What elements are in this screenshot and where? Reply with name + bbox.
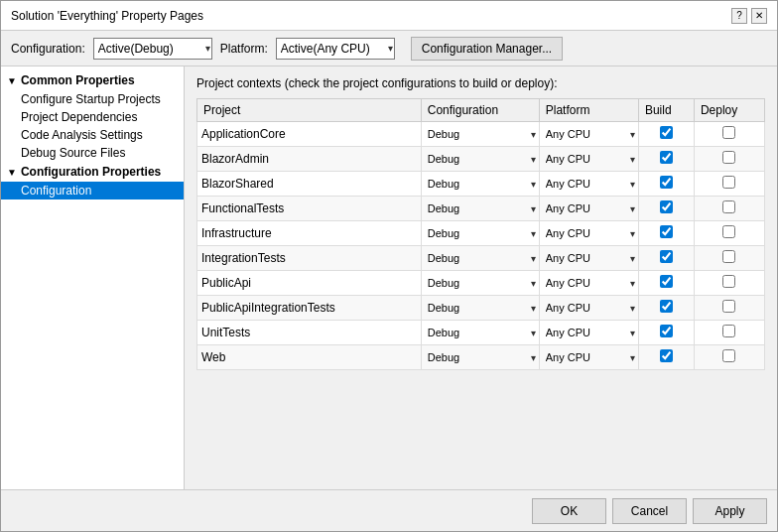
title-bar: Solution 'Everything' Property Pages ? ✕ <box>1 1 777 31</box>
deploy-checkbox[interactable] <box>722 126 735 139</box>
col-header-deploy: Deploy <box>694 99 764 122</box>
config-select[interactable]: DebugRelease <box>426 298 535 318</box>
table-row: PublicApiIntegrationTestsDebugReleaseAny… <box>197 296 765 321</box>
configuration-dropdown[interactable]: Active(Debug) Debug Release <box>93 38 212 60</box>
title-bar-buttons: ? ✕ <box>731 8 767 24</box>
cancel-button[interactable]: Cancel <box>612 498 687 524</box>
config-select[interactable]: DebugRelease <box>426 223 535 243</box>
platform-cell: Any CPUx64x86 <box>539 147 638 172</box>
config-cell: DebugRelease <box>421 321 539 345</box>
deploy-checkbox[interactable] <box>722 200 735 213</box>
config-properties-triangle: ▼ <box>7 167 17 178</box>
platform-select[interactable]: Any CPUx64x86 <box>544 174 634 194</box>
property-pages-dialog: Solution 'Everything' Property Pages ? ✕… <box>0 0 778 532</box>
platform-dropdown[interactable]: Active(Any CPU) Any CPU x64 x86 <box>276 38 395 60</box>
config-cell: DebugRelease <box>421 246 539 271</box>
platform-cell: Any CPUx64x86 <box>539 321 638 345</box>
config-select[interactable]: DebugRelease <box>426 199 535 218</box>
help-button[interactable]: ? <box>731 8 747 24</box>
platform-select[interactable]: Any CPUx64x86 <box>544 273 634 293</box>
table-row: ApplicationCoreDebugReleaseAny CPUx64x86 <box>197 122 765 147</box>
build-checkbox[interactable] <box>660 300 673 313</box>
project-name-cell: Web <box>197 345 422 370</box>
deploy-checkbox[interactable] <box>722 176 735 189</box>
project-table: Project Configuration Platform Build Dep… <box>196 98 765 370</box>
project-name-cell: PublicApi <box>197 271 422 296</box>
col-header-build: Build <box>638 99 694 122</box>
sidebar-section-common-properties[interactable]: ▼ Common Properties <box>1 70 184 90</box>
build-checkbox[interactable] <box>660 151 673 164</box>
table-row: IntegrationTestsDebugReleaseAny CPUx64x8… <box>197 246 765 271</box>
build-cell <box>638 122 694 147</box>
config-manager-button[interactable]: Configuration Manager... <box>411 37 563 61</box>
table-row: PublicApiDebugReleaseAny CPUx64x86 <box>197 271 765 296</box>
close-button[interactable]: ✕ <box>751 8 767 24</box>
content-description: Project contexts (check the project conf… <box>196 76 765 90</box>
deploy-checkbox[interactable] <box>722 225 735 238</box>
platform-select[interactable]: Any CPUx64x86 <box>544 298 634 318</box>
config-label: Configuration: <box>11 42 85 56</box>
config-select[interactable]: DebugRelease <box>426 323 535 342</box>
sidebar-item-debug-source[interactable]: Debug Source Files <box>1 144 184 162</box>
build-checkbox[interactable] <box>660 275 673 288</box>
col-header-configuration: Configuration <box>421 99 539 122</box>
sidebar: ▼ Common Properties Configure Startup Pr… <box>1 66 185 489</box>
config-select[interactable]: DebugRelease <box>426 273 535 293</box>
config-select[interactable]: DebugRelease <box>426 124 535 144</box>
deploy-cell <box>694 345 764 370</box>
sidebar-item-project-dependencies[interactable]: Project Dependencies <box>1 108 184 126</box>
platform-select[interactable]: Any CPUx64x86 <box>544 347 634 367</box>
build-cell <box>638 271 694 296</box>
platform-cell: Any CPUx64x86 <box>539 221 638 246</box>
project-name-cell: PublicApiIntegrationTests <box>197 296 422 321</box>
deploy-checkbox[interactable] <box>722 325 735 337</box>
build-checkbox[interactable] <box>660 126 673 139</box>
sidebar-item-startup-projects[interactable]: Configure Startup Projects <box>1 90 184 108</box>
config-cell: DebugRelease <box>421 172 539 197</box>
build-checkbox[interactable] <box>660 325 673 337</box>
deploy-checkbox[interactable] <box>722 349 735 362</box>
footer: OK Cancel Apply <box>1 489 777 531</box>
sidebar-section-config-properties[interactable]: ▼ Configuration Properties <box>1 162 184 182</box>
platform-dropdown-wrapper: Active(Any CPU) Any CPU x64 x86 ▾ <box>276 38 395 60</box>
platform-select[interactable]: Any CPUx64x86 <box>544 149 634 169</box>
platform-select[interactable]: Any CPUx64x86 <box>544 248 634 268</box>
config-dropdown-wrapper: Active(Debug) Debug Release ▾ <box>93 38 212 60</box>
config-cell: DebugRelease <box>421 271 539 296</box>
build-checkbox[interactable] <box>660 200 673 213</box>
platform-select[interactable]: Any CPUx64x86 <box>544 124 634 144</box>
deploy-checkbox[interactable] <box>722 300 735 313</box>
main-content: ▼ Common Properties Configure Startup Pr… <box>1 66 777 489</box>
build-checkbox[interactable] <box>660 349 673 362</box>
deploy-cell <box>694 271 764 296</box>
sidebar-item-code-analysis[interactable]: Code Analysis Settings <box>1 126 184 144</box>
sidebar-item-configuration[interactable]: Configuration <box>1 182 184 200</box>
project-name-cell: FunctionalTests <box>197 197 422 221</box>
platform-cell: Any CPUx64x86 <box>539 197 638 221</box>
config-select[interactable]: DebugRelease <box>426 347 535 367</box>
ok-button[interactable]: OK <box>532 498 606 524</box>
build-checkbox[interactable] <box>660 250 673 263</box>
build-checkbox[interactable] <box>660 225 673 238</box>
project-name-cell: Infrastructure <box>197 221 422 246</box>
table-row: InfrastructureDebugReleaseAny CPUx64x86 <box>197 221 765 246</box>
config-cell: DebugRelease <box>421 122 539 147</box>
project-name-cell: IntegrationTests <box>197 246 422 271</box>
config-select[interactable]: DebugRelease <box>426 149 535 169</box>
build-cell <box>638 221 694 246</box>
project-name-cell: BlazorAdmin <box>197 147 422 172</box>
deploy-cell <box>694 246 764 271</box>
deploy-checkbox[interactable] <box>722 250 735 263</box>
platform-select[interactable]: Any CPUx64x86 <box>544 223 634 243</box>
platform-select[interactable]: Any CPUx64x86 <box>544 199 634 218</box>
deploy-checkbox[interactable] <box>722 151 735 164</box>
build-checkbox[interactable] <box>660 176 673 189</box>
config-select[interactable]: DebugRelease <box>426 174 535 194</box>
col-header-project: Project <box>197 99 422 122</box>
col-header-platform: Platform <box>539 99 638 122</box>
deploy-checkbox[interactable] <box>722 275 735 288</box>
config-select[interactable]: DebugRelease <box>426 248 535 268</box>
config-cell: DebugRelease <box>421 296 539 321</box>
platform-select[interactable]: Any CPUx64x86 <box>544 323 634 342</box>
apply-button[interactable]: Apply <box>693 498 767 524</box>
